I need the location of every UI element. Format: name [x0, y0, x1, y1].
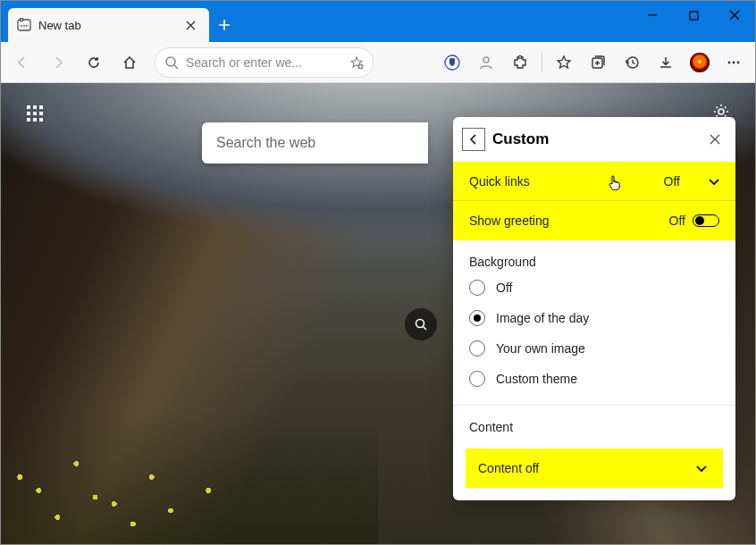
refresh-button[interactable] — [78, 46, 110, 79]
toolbar-divider — [542, 53, 542, 72]
favorites-icon[interactable] — [548, 46, 580, 79]
svg-point-2 — [21, 25, 22, 27]
svg-point-6 — [166, 57, 175, 66]
close-window-button[interactable] — [714, 1, 755, 29]
flyout-title: Custom — [492, 130, 549, 148]
background-foreground — [1, 410, 378, 544]
radio-icon — [469, 340, 485, 356]
radio-icon — [469, 310, 485, 326]
apps-grid-button[interactable] — [22, 101, 47, 126]
chevron-down-icon — [707, 174, 721, 189]
search-icon — [164, 55, 179, 70]
svg-point-4 — [26, 25, 28, 27]
forward-button[interactable] — [42, 46, 74, 79]
background-option-your-own-image[interactable]: Your own image — [453, 333, 735, 364]
titlebar: New tab — [1, 1, 755, 42]
quick-links-label: Quick links — [469, 174, 530, 189]
tab-close-button[interactable] — [181, 15, 200, 35]
downloads-icon[interactable] — [650, 46, 682, 79]
show-greeting-toggle[interactable] — [693, 214, 719, 227]
svg-rect-5 — [690, 12, 698, 20]
show-greeting-row[interactable]: Show greeting Off — [453, 201, 735, 240]
svg-rect-1 — [21, 19, 23, 21]
extensions-icon[interactable] — [504, 46, 536, 79]
flyout-close-button[interactable] — [703, 128, 727, 151]
address-input[interactable] — [186, 55, 342, 70]
svg-point-17 — [416, 320, 424, 328]
quick-links-row[interactable]: Quick links Off — [453, 162, 735, 201]
radio-label: Image of the day — [496, 311, 589, 325]
extension-hal-icon[interactable] — [684, 46, 716, 79]
svg-point-16 — [718, 109, 724, 114]
back-button[interactable] — [6, 46, 38, 79]
new-tab-content: Custom Quick links Off Show greeting Off… — [1, 83, 755, 544]
add-favorite-icon[interactable] — [349, 55, 364, 70]
svg-point-13 — [728, 61, 731, 63]
background-option-off[interactable]: Off — [453, 272, 735, 303]
page-settings-flyout: Custom Quick links Off Show greeting Off… — [453, 117, 735, 500]
radio-icon — [469, 280, 485, 296]
content-dropdown[interactable]: Content off — [466, 449, 723, 488]
profile-icon[interactable] — [470, 46, 502, 79]
radio-label: Off — [496, 281, 512, 295]
minimize-button[interactable] — [632, 1, 673, 29]
flyout-back-button[interactable] — [462, 128, 485, 151]
content-value: Content off — [478, 461, 539, 475]
menu-button[interactable] — [718, 46, 750, 79]
show-greeting-label: Show greeting — [469, 214, 550, 228]
quick-links-value: Off — [664, 174, 680, 189]
home-button[interactable] — [113, 46, 146, 79]
svg-point-10 — [518, 55, 521, 58]
radio-label: Custom theme — [496, 372, 577, 386]
radio-icon — [469, 371, 485, 387]
collections-icon[interactable] — [582, 46, 614, 79]
browser-tab[interactable]: New tab — [8, 8, 209, 42]
ntp-search-box[interactable] — [202, 122, 428, 164]
content-section-label: Content — [453, 406, 735, 438]
toolbar — [1, 42, 755, 83]
show-greeting-value: Off — [669, 214, 685, 228]
address-bar[interactable] — [155, 47, 374, 78]
svg-point-3 — [23, 25, 25, 27]
new-tab-button[interactable] — [209, 8, 239, 42]
background-option-image-of-the-day[interactable]: Image of the day — [453, 303, 735, 333]
privacy-shield-icon[interactable] — [436, 46, 468, 79]
tab-title: New tab — [38, 19, 81, 32]
background-section-label: Background — [453, 240, 735, 272]
maximize-button[interactable] — [673, 1, 714, 29]
browser-window: New tab — [0, 0, 756, 545]
flyout-header: Custom — [453, 117, 735, 162]
history-icon[interactable] — [616, 46, 648, 79]
svg-point-15 — [737, 61, 740, 63]
window-controls — [632, 1, 755, 42]
tab-favicon-icon — [17, 18, 31, 32]
background-option-custom-theme[interactable]: Custom theme — [453, 364, 735, 394]
cursor-pointer-icon — [607, 174, 623, 192]
svg-point-14 — [733, 61, 735, 63]
radio-label: Your own image — [496, 341, 585, 356]
chevron-down-icon — [694, 461, 709, 475]
voice-search-button[interactable] — [405, 308, 437, 340]
ntp-search-input[interactable] — [216, 135, 414, 151]
svg-point-9 — [483, 57, 489, 63]
